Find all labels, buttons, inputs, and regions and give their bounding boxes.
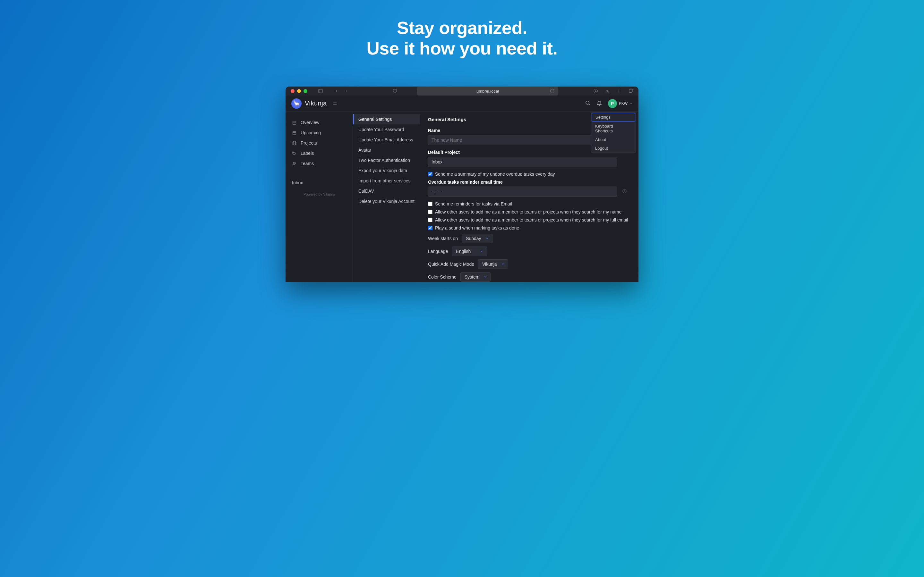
name-input[interactable] (428, 135, 617, 145)
logo-badge: 🦙 (291, 98, 302, 109)
sidebar-item-upcoming[interactable]: Upcoming (286, 127, 352, 138)
svg-line-12 (589, 104, 590, 105)
nav-forward-icon[interactable] (343, 88, 349, 94)
chevron-down-icon (480, 249, 483, 254)
sidebar-project-inbox[interactable]: Inbox (286, 177, 352, 187)
user-menu-about[interactable]: About (591, 135, 636, 144)
sidebar-item-label: Projects (300, 140, 317, 145)
week-starts-select[interactable]: Sunday (462, 234, 492, 243)
summary-checkbox-label: Send me a summary of my undone overdue t… (435, 171, 555, 177)
search-name-checkbox[interactable] (428, 210, 433, 214)
maximize-window-button[interactable] (304, 89, 307, 93)
titlebar: umbrel.local (286, 87, 638, 95)
user-menu-logout[interactable]: Logout (591, 144, 636, 153)
chevron-down-icon (501, 261, 505, 267)
sidebar-item-label: Overview (300, 120, 319, 125)
address-text: umbrel.local (477, 89, 499, 93)
settings-nav-email[interactable]: Update Your Email Address (353, 135, 420, 145)
user-menu-settings[interactable]: Settings (591, 113, 635, 121)
bell-icon[interactable] (596, 100, 602, 107)
chevron-down-icon (483, 274, 487, 279)
default-project-input[interactable] (428, 157, 617, 167)
language-label: Language (428, 249, 448, 254)
settings-nav-general[interactable]: General Settings (353, 114, 420, 124)
traffic-lights (291, 89, 307, 93)
email-reminders-label: Send me reminders for tasks via Email (435, 201, 512, 206)
svg-rect-13 (293, 121, 296, 124)
settings-nav-avatar[interactable]: Avatar (353, 145, 420, 155)
app-logo[interactable]: 🦙 Vikunja (291, 98, 327, 109)
sidebar-footer: Powered by Vikunja (286, 192, 352, 196)
settings-nav-2fa[interactable]: Two Factor Authentication (353, 155, 420, 165)
svg-marker-19 (292, 141, 296, 143)
settings-nav-delete[interactable]: Delete your Vikunja Account (353, 196, 420, 206)
week-starts-label: Week starts on (428, 236, 458, 241)
hero: Stay organized. Use it how you need it. (237, 0, 687, 59)
close-window-button[interactable] (291, 89, 294, 93)
reload-icon[interactable] (549, 88, 555, 94)
color-scheme-label: Color Scheme (428, 274, 457, 279)
summary-checkbox-row: Send me a summary of my undone overdue t… (428, 171, 631, 177)
hero-line-2: Use it how you need it. (237, 38, 687, 59)
sidebar-item-label: Teams (300, 161, 314, 166)
summary-checkbox[interactable] (428, 172, 433, 176)
email-reminders-checkbox[interactable] (428, 201, 433, 206)
download-icon[interactable] (593, 88, 599, 94)
settings-nav-password[interactable]: Update Your Password (353, 124, 420, 135)
sound-label: Play a sound when marking tasks as done (435, 226, 519, 230)
settings-nav-caldav[interactable]: CalDAV (353, 186, 420, 196)
user-menu: Settings Keyboard Shortcuts About Logout (591, 112, 636, 153)
search-name-label: Allow other users to add me as a member … (435, 210, 622, 214)
sidebar-toggle-icon[interactable] (318, 88, 323, 94)
app: 🦙 Vikunja P PKW (286, 95, 638, 282)
color-scheme-select[interactable]: System (460, 272, 491, 282)
app-name: Vikunja (305, 100, 327, 107)
clock-icon (622, 189, 627, 195)
search-email-label: Allow other users to add me as a member … (435, 218, 628, 222)
nav-back-icon[interactable] (334, 88, 339, 94)
user-menu-toggle[interactable]: P PKW (608, 99, 633, 108)
sidebar-item-label: Upcoming (300, 130, 321, 135)
menu-toggle-icon[interactable] (332, 101, 338, 106)
tabs-overview-icon[interactable] (628, 88, 633, 94)
user-menu-shortcuts[interactable]: Keyboard Shortcuts (591, 122, 636, 135)
svg-point-11 (586, 101, 590, 105)
share-icon[interactable] (604, 88, 610, 94)
avatar: P (608, 99, 617, 108)
settings-nav: General Settings Update Your Password Up… (353, 111, 420, 282)
sidebar: Overview Upcoming Projects Labels (286, 111, 353, 282)
overdue-time-input[interactable] (428, 187, 617, 197)
magic-mode-label: Quick Add Magic Mode (428, 261, 474, 267)
address-bar[interactable]: umbrel.local (417, 87, 558, 95)
sidebar-item-teams[interactable]: Teams (286, 158, 352, 169)
search-icon[interactable] (585, 100, 591, 107)
user-name: PKW (619, 101, 628, 106)
hero-line-1: Stay organized. (237, 18, 687, 38)
language-select[interactable]: English (452, 247, 487, 256)
sound-checkbox[interactable] (428, 226, 433, 230)
chevron-up-icon (630, 102, 633, 105)
svg-point-22 (295, 163, 296, 163)
svg-point-21 (293, 162, 294, 163)
sidebar-item-label: Labels (300, 151, 314, 156)
shield-icon[interactable] (392, 88, 398, 94)
svg-rect-15 (293, 131, 296, 135)
magic-mode-select[interactable]: Vikunja (478, 259, 508, 269)
settings-content: General Settings Name Default Project Se… (420, 111, 638, 282)
search-email-checkbox[interactable] (428, 218, 433, 222)
browser-window: umbrel.local (286, 87, 638, 282)
sidebar-item-projects[interactable]: Projects (286, 138, 352, 148)
new-tab-icon[interactable] (616, 88, 622, 94)
sidebar-item-overview[interactable]: Overview (286, 117, 352, 127)
minimize-window-button[interactable] (297, 89, 301, 93)
chevron-down-icon (485, 236, 489, 241)
settings-nav-import[interactable]: Import from other services (353, 176, 420, 186)
overdue-time-label: Overdue tasks reminder email time (428, 179, 631, 185)
svg-point-20 (293, 152, 294, 153)
svg-rect-0 (318, 89, 322, 93)
app-header: 🦙 Vikunja P PKW (286, 95, 638, 111)
settings-nav-export[interactable]: Export your Vikunja data (353, 165, 420, 176)
sidebar-item-labels[interactable]: Labels (286, 148, 352, 158)
